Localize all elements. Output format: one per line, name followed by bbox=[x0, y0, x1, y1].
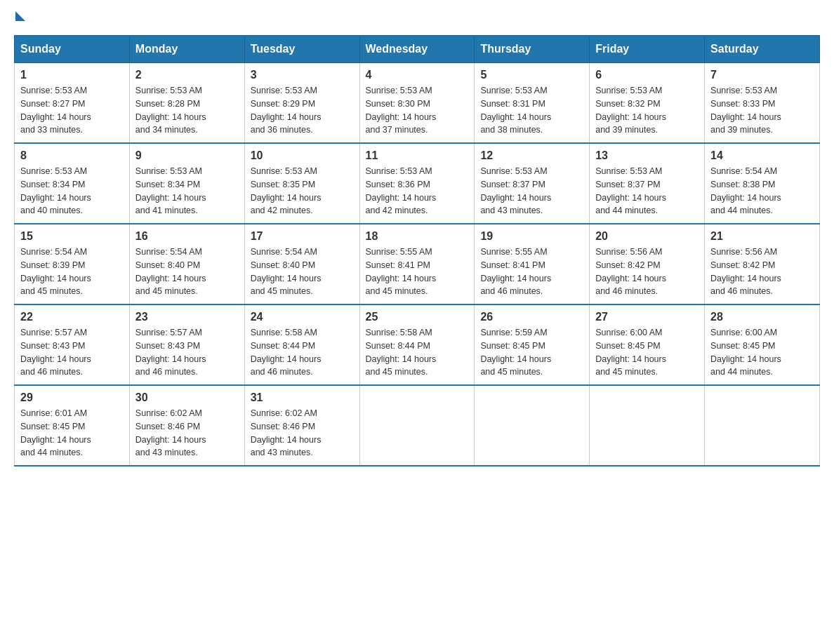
day-number: 18 bbox=[366, 230, 469, 243]
day-info: Sunrise: 6:02 AM Sunset: 8:46 PM Dayligh… bbox=[251, 407, 354, 459]
calendar-header: SundayMondayTuesdayWednesdayThursdayFrid… bbox=[15, 36, 820, 63]
day-info: Sunrise: 5:53 AM Sunset: 8:34 PM Dayligh… bbox=[20, 165, 124, 217]
calendar-day-cell: 30 Sunrise: 6:02 AM Sunset: 8:46 PM Dayl… bbox=[129, 385, 244, 466]
calendar-day-cell bbox=[705, 385, 820, 466]
calendar-week-row: 29 Sunrise: 6:01 AM Sunset: 8:45 PM Dayl… bbox=[15, 385, 820, 466]
day-number: 23 bbox=[135, 311, 239, 323]
day-info: Sunrise: 5:57 AM Sunset: 8:43 PM Dayligh… bbox=[135, 326, 239, 379]
day-number: 12 bbox=[480, 149, 583, 162]
day-number: 30 bbox=[135, 391, 239, 404]
calendar-day-cell: 27 Sunrise: 6:00 AM Sunset: 8:45 PM Dayl… bbox=[590, 304, 705, 385]
day-number: 25 bbox=[366, 311, 469, 323]
day-info: Sunrise: 5:53 AM Sunset: 8:36 PM Dayligh… bbox=[366, 165, 469, 217]
weekday-header-tuesday: Tuesday bbox=[244, 36, 359, 63]
day-info: Sunrise: 6:00 AM Sunset: 8:45 PM Dayligh… bbox=[710, 326, 814, 379]
day-number: 24 bbox=[251, 311, 354, 323]
day-number: 13 bbox=[595, 149, 699, 162]
day-number: 14 bbox=[710, 149, 814, 162]
day-info: Sunrise: 6:02 AM Sunset: 8:46 PM Dayligh… bbox=[135, 407, 239, 459]
day-number: 16 bbox=[135, 230, 239, 243]
calendar-day-cell: 3 Sunrise: 5:53 AM Sunset: 8:29 PM Dayli… bbox=[244, 63, 359, 144]
day-info: Sunrise: 5:55 AM Sunset: 8:41 PM Dayligh… bbox=[366, 246, 469, 298]
calendar-week-row: 1 Sunrise: 5:53 AM Sunset: 8:27 PM Dayli… bbox=[15, 63, 820, 144]
day-info: Sunrise: 6:01 AM Sunset: 8:45 PM Dayligh… bbox=[20, 407, 124, 459]
day-number: 2 bbox=[135, 69, 239, 81]
calendar-day-cell: 5 Sunrise: 5:53 AM Sunset: 8:31 PM Dayli… bbox=[475, 63, 590, 144]
day-number: 29 bbox=[20, 391, 124, 404]
day-number: 10 bbox=[251, 149, 354, 162]
calendar-body: 1 Sunrise: 5:53 AM Sunset: 8:27 PM Dayli… bbox=[15, 63, 820, 467]
day-number: 15 bbox=[20, 230, 124, 243]
day-info: Sunrise: 5:53 AM Sunset: 8:34 PM Dayligh… bbox=[135, 165, 239, 217]
day-number: 20 bbox=[595, 230, 699, 243]
day-info: Sunrise: 5:56 AM Sunset: 8:42 PM Dayligh… bbox=[710, 246, 814, 298]
calendar-day-cell: 28 Sunrise: 6:00 AM Sunset: 8:45 PM Dayl… bbox=[705, 304, 820, 385]
calendar-day-cell: 15 Sunrise: 5:54 AM Sunset: 8:39 PM Dayl… bbox=[15, 224, 130, 304]
day-number: 5 bbox=[480, 69, 583, 81]
day-info: Sunrise: 5:58 AM Sunset: 8:44 PM Dayligh… bbox=[366, 326, 469, 379]
day-number: 6 bbox=[595, 69, 699, 81]
day-number: 11 bbox=[366, 149, 469, 162]
logo bbox=[14, 14, 25, 21]
calendar-day-cell: 14 Sunrise: 5:54 AM Sunset: 8:38 PM Dayl… bbox=[705, 143, 820, 224]
day-number: 9 bbox=[135, 149, 239, 162]
calendar-day-cell: 20 Sunrise: 5:56 AM Sunset: 8:42 PM Dayl… bbox=[590, 224, 705, 304]
day-number: 3 bbox=[251, 69, 354, 81]
day-info: Sunrise: 5:57 AM Sunset: 8:43 PM Dayligh… bbox=[20, 326, 124, 379]
calendar-day-cell: 26 Sunrise: 5:59 AM Sunset: 8:45 PM Dayl… bbox=[475, 304, 590, 385]
page-header bbox=[14, 14, 820, 21]
day-number: 28 bbox=[710, 311, 814, 323]
calendar-day-cell: 13 Sunrise: 5:53 AM Sunset: 8:37 PM Dayl… bbox=[590, 143, 705, 224]
day-info: Sunrise: 5:53 AM Sunset: 8:28 PM Dayligh… bbox=[135, 84, 239, 137]
calendar-day-cell: 21 Sunrise: 5:56 AM Sunset: 8:42 PM Dayl… bbox=[705, 224, 820, 304]
weekday-header-monday: Monday bbox=[129, 36, 244, 63]
calendar-day-cell: 10 Sunrise: 5:53 AM Sunset: 8:35 PM Dayl… bbox=[244, 143, 359, 224]
calendar-day-cell: 22 Sunrise: 5:57 AM Sunset: 8:43 PM Dayl… bbox=[15, 304, 130, 385]
day-info: Sunrise: 5:53 AM Sunset: 8:37 PM Dayligh… bbox=[595, 165, 699, 217]
calendar-day-cell: 18 Sunrise: 5:55 AM Sunset: 8:41 PM Dayl… bbox=[359, 224, 475, 304]
calendar-day-cell: 16 Sunrise: 5:54 AM Sunset: 8:40 PM Dayl… bbox=[129, 224, 244, 304]
day-number: 1 bbox=[20, 69, 124, 81]
calendar-day-cell: 6 Sunrise: 5:53 AM Sunset: 8:32 PM Dayli… bbox=[590, 63, 705, 144]
calendar-day-cell bbox=[590, 385, 705, 466]
day-info: Sunrise: 5:53 AM Sunset: 8:33 PM Dayligh… bbox=[710, 84, 814, 137]
day-info: Sunrise: 5:53 AM Sunset: 8:27 PM Dayligh… bbox=[20, 84, 124, 137]
calendar-day-cell: 2 Sunrise: 5:53 AM Sunset: 8:28 PM Dayli… bbox=[129, 63, 244, 144]
calendar-day-cell: 29 Sunrise: 6:01 AM Sunset: 8:45 PM Dayl… bbox=[15, 385, 130, 466]
day-number: 4 bbox=[366, 69, 469, 81]
calendar-day-cell: 23 Sunrise: 5:57 AM Sunset: 8:43 PM Dayl… bbox=[129, 304, 244, 385]
day-info: Sunrise: 5:53 AM Sunset: 8:35 PM Dayligh… bbox=[251, 165, 354, 217]
day-info: Sunrise: 5:56 AM Sunset: 8:42 PM Dayligh… bbox=[595, 246, 699, 298]
weekday-header-saturday: Saturday bbox=[705, 36, 820, 63]
day-number: 21 bbox=[710, 230, 814, 243]
day-info: Sunrise: 5:54 AM Sunset: 8:40 PM Dayligh… bbox=[135, 246, 239, 298]
calendar-week-row: 8 Sunrise: 5:53 AM Sunset: 8:34 PM Dayli… bbox=[15, 143, 820, 224]
calendar-day-cell: 25 Sunrise: 5:58 AM Sunset: 8:44 PM Dayl… bbox=[359, 304, 475, 385]
calendar-day-cell: 1 Sunrise: 5:53 AM Sunset: 8:27 PM Dayli… bbox=[15, 63, 130, 144]
calendar-week-row: 22 Sunrise: 5:57 AM Sunset: 8:43 PM Dayl… bbox=[15, 304, 820, 385]
day-info: Sunrise: 5:55 AM Sunset: 8:41 PM Dayligh… bbox=[480, 246, 583, 298]
calendar-day-cell: 8 Sunrise: 5:53 AM Sunset: 8:34 PM Dayli… bbox=[15, 143, 130, 224]
calendar-day-cell: 24 Sunrise: 5:58 AM Sunset: 8:44 PM Dayl… bbox=[244, 304, 359, 385]
day-info: Sunrise: 5:59 AM Sunset: 8:45 PM Dayligh… bbox=[480, 326, 583, 379]
day-number: 19 bbox=[480, 230, 583, 243]
day-info: Sunrise: 5:54 AM Sunset: 8:39 PM Dayligh… bbox=[20, 246, 124, 298]
day-number: 22 bbox=[20, 311, 124, 323]
calendar-day-cell: 9 Sunrise: 5:53 AM Sunset: 8:34 PM Dayli… bbox=[129, 143, 244, 224]
day-info: Sunrise: 5:53 AM Sunset: 8:31 PM Dayligh… bbox=[480, 84, 583, 137]
calendar-day-cell: 17 Sunrise: 5:54 AM Sunset: 8:40 PM Dayl… bbox=[244, 224, 359, 304]
calendar-day-cell bbox=[359, 385, 475, 466]
calendar-week-row: 15 Sunrise: 5:54 AM Sunset: 8:39 PM Dayl… bbox=[15, 224, 820, 304]
day-number: 31 bbox=[251, 391, 354, 404]
day-info: Sunrise: 5:53 AM Sunset: 8:30 PM Dayligh… bbox=[366, 84, 469, 137]
day-number: 27 bbox=[595, 311, 699, 323]
day-number: 26 bbox=[480, 311, 583, 323]
weekday-header-friday: Friday bbox=[590, 36, 705, 63]
weekday-header-thursday: Thursday bbox=[475, 36, 590, 63]
weekday-header-sunday: Sunday bbox=[15, 36, 130, 63]
logo-arrow-icon bbox=[15, 11, 25, 21]
day-info: Sunrise: 5:54 AM Sunset: 8:40 PM Dayligh… bbox=[251, 246, 354, 298]
calendar-day-cell: 7 Sunrise: 5:53 AM Sunset: 8:33 PM Dayli… bbox=[705, 63, 820, 144]
calendar-day-cell: 19 Sunrise: 5:55 AM Sunset: 8:41 PM Dayl… bbox=[475, 224, 590, 304]
day-number: 17 bbox=[251, 230, 354, 243]
